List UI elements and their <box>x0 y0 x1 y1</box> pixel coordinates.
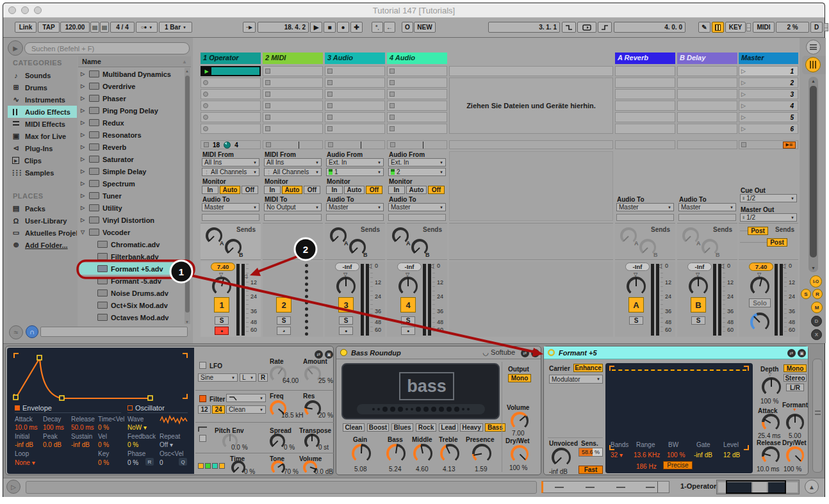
unvoiced-knob[interactable] <box>552 448 571 467</box>
track-header[interactable]: 3 Audio <box>325 53 385 64</box>
release-value[interactable]: 10.0 ms <box>757 466 780 473</box>
pitch-env-value[interactable]: 0.0 % <box>231 444 248 451</box>
overdub-button[interactable]: ✚ <box>350 22 363 33</box>
lr-button[interactable]: L/R <box>786 384 804 391</box>
filter-toggle[interactable] <box>199 395 206 402</box>
output-route-menu[interactable]: No Output▼ <box>264 203 322 211</box>
release-knob[interactable] <box>762 446 780 464</box>
meter-marker-icon[interactable]: ◁ <box>243 273 247 279</box>
clip-slot[interactable] <box>387 124 447 134</box>
monitor-in-button[interactable]: In <box>326 186 343 194</box>
clip-slot[interactable] <box>263 101 323 111</box>
key-map-button[interactable]: KEY <box>725 22 746 33</box>
key-value[interactable]: 0 % <box>98 459 109 466</box>
disclosure-icon[interactable]: ▷ <box>79 217 86 223</box>
preset-rock-button[interactable]: Rock <box>416 423 436 432</box>
track-header[interactable]: A Reverb <box>615 53 675 64</box>
initial-value[interactable]: -inf dB <box>15 441 33 448</box>
disclosure-icon[interactable]: ▷ <box>79 205 86 211</box>
disclosure-icon[interactable]: ▷ <box>79 108 86 113</box>
monitor-in-button[interactable]: In <box>388 186 405 194</box>
disclosure-icon[interactable]: ▷ <box>79 181 86 186</box>
osc-d-square[interactable] <box>219 463 225 469</box>
drywet-value[interactable]: 100 % <box>509 464 527 471</box>
output-route-menu[interactable]: Master▼ <box>388 203 446 211</box>
fast-release-button[interactable]: Fast <box>579 466 603 474</box>
monitor-auto-button[interactable]: Auto <box>282 186 302 194</box>
cue-volume-knob[interactable] <box>750 313 769 332</box>
show-returns-button[interactable]: R <box>812 289 823 299</box>
list-item[interactable]: Filterbank.adv <box>79 250 185 263</box>
search-input[interactable] <box>24 42 190 54</box>
list-item[interactable]: ▷Overdrive <box>79 80 185 92</box>
retrig-button[interactable]: R <box>145 458 154 466</box>
scroll-down-icon[interactable]: ▼ <box>185 320 189 324</box>
monitor-in-button[interactable]: In <box>264 186 281 194</box>
track-delay-field[interactable] <box>202 214 259 221</box>
volume-field[interactable]: -Inf <box>397 263 422 271</box>
wave-menu[interactable]: NoW ▾ <box>127 424 147 431</box>
clip-slot[interactable] <box>387 66 447 76</box>
input-route-menu[interactable]: All Ins▼ <box>202 158 259 167</box>
volume-field[interactable]: -Inf <box>687 263 712 271</box>
volume-field[interactable]: -Inf <box>335 263 359 271</box>
show-io-button[interactable]: I-O <box>810 275 822 288</box>
list-header[interactable]: Name ▲ <box>78 56 191 67</box>
arm-button[interactable]: ◕ <box>277 327 291 335</box>
presence-value[interactable]: 1.59 <box>475 466 487 473</box>
list-item[interactable]: ▷Multiband Dynamics <box>79 68 185 80</box>
clip-slot[interactable] <box>263 66 323 76</box>
drywet-knob[interactable] <box>786 446 804 464</box>
phase-value[interactable]: 0 % <box>127 459 138 466</box>
midi-map-button[interactable]: MIDI <box>753 22 775 33</box>
clip-slot[interactable] <box>201 101 261 111</box>
volume-knob[interactable] <box>689 277 708 296</box>
sidebar-item-sounds[interactable]: ♪Sounds <box>8 69 77 81</box>
solo-button[interactable]: S <box>691 316 705 325</box>
track-stop-button[interactable] <box>390 142 395 147</box>
loop-length-field[interactable]: 4. 0. 0 <box>614 22 685 33</box>
peak-value[interactable]: 0.0 dB <box>43 441 62 448</box>
solo-button[interactable]: S <box>629 316 643 325</box>
oscillator-section-header[interactable]: Oscillator <box>127 404 165 412</box>
slope-12-button[interactable]: 12 <box>198 405 211 414</box>
list-item[interactable]: ▷Utility <box>79 202 185 214</box>
preset-blues-button[interactable]: Blues <box>391 423 413 432</box>
level-value[interactable]: 12 dB <box>723 451 740 459</box>
sidebar-item-max-for-live[interactable]: ▣Max for Live <box>8 130 77 142</box>
bw-value[interactable]: 100 % <box>667 451 685 459</box>
presence-knob[interactable] <box>472 444 491 463</box>
filter-freq-value[interactable]: 18.5 kH <box>281 412 303 419</box>
track-activator[interactable]: B <box>691 297 706 313</box>
list-item[interactable]: Formant -5.adv <box>79 275 185 287</box>
clip-slot[interactable] <box>201 124 261 134</box>
send-a-pre-post-button[interactable]: Post <box>748 227 768 235</box>
attack-knob[interactable] <box>762 414 780 432</box>
transpose-value[interactable]: 0 st <box>318 444 329 451</box>
scroll-down-icon[interactable]: ▼ <box>811 266 816 270</box>
loop-start-field[interactable]: 3. 1. 1 <box>488 22 560 33</box>
master-out-menu[interactable]: ⅱ1/2▼ <box>740 213 797 222</box>
lfo-toggle[interactable] <box>199 362 206 369</box>
disclosure-icon[interactable]: ▷ <box>79 144 86 150</box>
arm-button[interactable]: ● <box>215 327 229 335</box>
filter-circuit-menu[interactable]: Clean▼ <box>226 405 266 414</box>
gain-value[interactable]: 5.08 <box>354 466 366 473</box>
track-delay-field[interactable] <box>264 214 322 221</box>
pitch-env-toggle[interactable] <box>199 435 206 442</box>
session-view-button[interactable] <box>805 57 821 72</box>
clip-slot[interactable] <box>201 89 261 99</box>
list-item[interactable]: ▷Redux <box>79 117 185 129</box>
track-header[interactable]: 2 MIDI <box>263 53 323 64</box>
disclosure-icon[interactable]: ▷ <box>79 168 86 174</box>
new-button[interactable]: NEW <box>414 22 436 33</box>
lfo-dest-menu[interactable]: L▼ <box>240 373 256 382</box>
volume-knob[interactable] <box>750 277 769 296</box>
volume-knob[interactable] <box>336 277 356 296</box>
gain-knob[interactable] <box>352 444 371 463</box>
list-item[interactable]: Chromatic.adv <box>79 238 185 250</box>
monitor-auto-button[interactable]: Auto <box>220 186 240 194</box>
cue-out-menu[interactable]: ⅱ1/2▼ <box>740 194 797 202</box>
clip-slot[interactable] <box>387 89 447 99</box>
show-track-delay-button[interactable]: D <box>811 316 822 327</box>
